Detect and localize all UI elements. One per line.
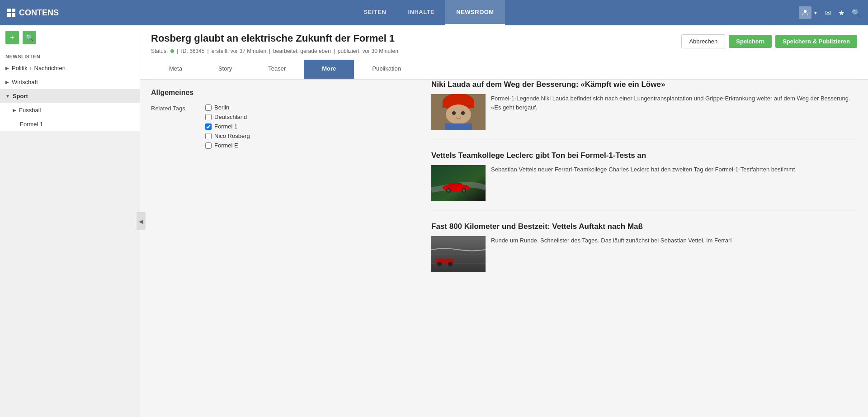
tag-nico-rosberg[interactable]: Nico Rosberg (205, 133, 250, 139)
app-logo: CONTENS (7, 8, 59, 18)
search-newslist-button[interactable]: 🔍 (23, 31, 36, 44)
tag-deutschland-checkbox[interactable] (205, 114, 212, 120)
tag-deutschland-label: Deutschland (214, 114, 247, 120)
chevron-right-icon: ▶ (5, 80, 9, 85)
svg-point-0 (804, 10, 807, 13)
nav-tab-newsroom[interactable]: NEWSROOM (445, 0, 505, 25)
favorites-icon[interactable]: ★ (838, 9, 844, 17)
status-label: Status: (151, 48, 168, 54)
related-articles-panel: Niki Lauda auf dem Weg der Besserung: «K… (420, 80, 868, 417)
sidebar-item-label: Wirtschaft (12, 79, 38, 85)
article-id: | (177, 48, 178, 54)
main-layout: + 🔍 NEWSLISTEN ▶ Politik + Nachrichten ▶… (0, 25, 868, 417)
svg-point-6 (461, 111, 465, 115)
tab-meta[interactable]: Meta (151, 60, 200, 79)
related-article-body-3: Runde um Runde. Schnellster des Tages. D… (431, 236, 857, 272)
chevron-right-icon: ▶ (5, 66, 9, 71)
tag-formel1-label: Formel 1 (214, 123, 237, 130)
sidebar: + 🔍 NEWSLISTEN ▶ Politik + Nachrichten ▶… (0, 25, 140, 131)
related-article-text-1: Formel-1-Legende Niki Lauda befindet sic… (491, 94, 857, 130)
article-meta: Status: | ID: 66345 | erstellt: vor 37 M… (151, 48, 398, 54)
sidebar-item-label: Formel 1 (20, 121, 43, 128)
article-title: Rosberg glaubt an elektrische Zukunft de… (151, 33, 398, 44)
add-newslist-button[interactable]: + (5, 31, 19, 44)
tag-formel-e-checkbox[interactable] (205, 142, 212, 149)
sidebar-item-fussball[interactable]: ▶ Fussball (0, 103, 140, 117)
top-nav: SEITEN INHALTE NEWSROOM (353, 0, 505, 25)
tag-berlin[interactable]: Berlin (205, 104, 250, 111)
related-article-body-1: Formel-1-Legende Niki Lauda befindet sic… (431, 94, 857, 130)
logo-grid-icon (7, 9, 15, 17)
related-article-text-3: Runde um Runde. Schnellster des Tages. D… (491, 236, 731, 272)
tag-berlin-label: Berlin (214, 104, 229, 111)
edited-time: bearbeitet: gerade eben (273, 48, 330, 54)
sidebar-item-label: Politik + Nachrichten (12, 65, 66, 71)
tab-more[interactable]: More (304, 60, 354, 79)
tag-formel1-checkbox[interactable] (205, 123, 212, 130)
chevron-right-icon: ▶ (13, 108, 16, 113)
svg-point-5 (452, 111, 456, 115)
save-publish-button[interactable]: Speichern & Publizieren (775, 35, 857, 48)
related-article-image-1 (431, 94, 486, 130)
related-article-title-1[interactable]: Niki Lauda auf dem Weg der Besserung: «K… (431, 80, 857, 90)
sidebar-item-formel1[interactable]: Formel 1 (0, 117, 140, 131)
tab-publikation[interactable]: Publikation (354, 60, 419, 79)
user-dropdown-icon[interactable]: ▼ (813, 10, 818, 15)
header-actions: ▼ ✉ ★ 🔍 (799, 6, 861, 19)
related-article-2: Vettels Teamkollege Leclerc gibt Ton bei… (431, 151, 857, 211)
sidebar-item-wirtschaft[interactable]: ▶ Wirtschaft (0, 75, 140, 89)
save-button[interactable]: Speichern (729, 35, 772, 48)
status-dot (170, 49, 174, 53)
svg-point-18 (437, 262, 442, 266)
related-article-body-2: Sebastian Vettels neuer Ferrari-Teamkoll… (431, 165, 857, 201)
tag-berlin-checkbox[interactable] (205, 104, 212, 111)
tag-formel-e[interactable]: Formel E (205, 142, 250, 149)
sidebar-item-politik[interactable]: ▶ Politik + Nachrichten (0, 61, 140, 75)
svg-point-4 (446, 104, 471, 124)
sidebar-collapse-button[interactable]: ◀ (137, 212, 146, 230)
tab-bar: Meta Story Teaser More Publikation (151, 60, 857, 79)
sidebar-toolbar: + 🔍 (0, 25, 140, 50)
chevron-down-icon: ▼ (5, 94, 10, 99)
nav-tab-inhalte[interactable]: INHALTE (397, 0, 445, 25)
sidebar-item-sport[interactable]: ▼ Sport (0, 89, 140, 103)
tab-content-more: Allgemeines Related Tags Berlin Deutschl… (140, 80, 868, 417)
svg-rect-7 (445, 123, 472, 130)
related-article-3: Fast 800 Kilometer und Bestzeit: Vettels… (431, 222, 857, 281)
content-area: Rosberg glaubt an elektrische Zukunft de… (140, 25, 868, 417)
article-header-area: Rosberg glaubt an elektrische Zukunft de… (140, 25, 868, 80)
top-header: CONTENS SEITEN INHALTE NEWSROOM ▼ ✉ ★ 🔍 (0, 0, 868, 25)
related-tags-label: Related Tags (151, 104, 205, 112)
article-id-value: ID: 66345 (181, 48, 204, 54)
tag-formel1[interactable]: Formel 1 (205, 123, 250, 130)
related-article-image-2 (431, 165, 486, 201)
search-icon[interactable]: 🔍 (852, 9, 861, 17)
svg-point-14 (447, 189, 450, 192)
tag-deutschland[interactable]: Deutschland (205, 114, 250, 120)
section-heading-allgemeines: Allgemeines (151, 89, 410, 97)
user-area[interactable]: ▼ (799, 6, 818, 19)
sidebar-item-label: Fussball (19, 107, 41, 114)
sidebar-wrapper: + 🔍 NEWSLISTEN ▶ Politik + Nachrichten ▶… (0, 25, 140, 417)
tab-teaser[interactable]: Teaser (250, 60, 304, 79)
tag-nico-rosberg-checkbox[interactable] (205, 133, 212, 139)
published-time: publiziert: vor 30 Minuten (338, 48, 398, 54)
app-name: CONTENS (19, 8, 59, 18)
user-avatar (799, 6, 811, 19)
sidebar-item-label: Sport (13, 93, 28, 100)
related-tags-row: Related Tags Berlin Deutschland Forme (151, 104, 410, 149)
newslisten-label: NEWSLISTEN (0, 50, 140, 61)
svg-point-19 (448, 262, 453, 266)
tab-story[interactable]: Story (200, 60, 250, 79)
mail-icon[interactable]: ✉ (825, 9, 831, 17)
tag-formel-e-label: Formel E (214, 142, 238, 149)
related-article-image-3 (431, 236, 486, 272)
nav-tab-seiten[interactable]: SEITEN (353, 0, 397, 25)
related-article-title-2[interactable]: Vettels Teamkollege Leclerc gibt Ton bei… (431, 151, 857, 161)
article-header: Rosberg glaubt an elektrische Zukunft de… (140, 25, 868, 80)
related-article-text-2: Sebastian Vettels neuer Ferrari-Teamkoll… (491, 165, 797, 201)
tags-area: Berlin Deutschland Formel 1 Nico Ro (205, 104, 250, 149)
related-article-1: Niki Lauda auf dem Weg der Besserung: «K… (431, 80, 857, 140)
related-article-title-3[interactable]: Fast 800 Kilometer und Bestzeit: Vettels… (431, 222, 857, 232)
cancel-button[interactable]: Abbrechen (681, 34, 725, 48)
